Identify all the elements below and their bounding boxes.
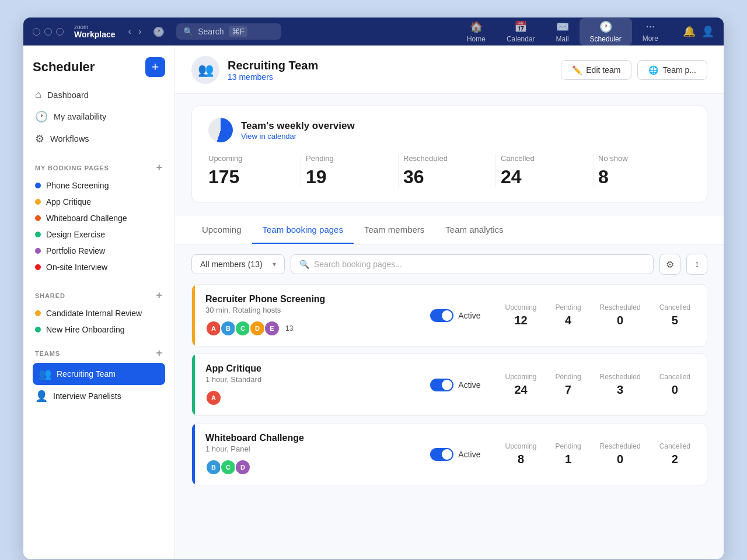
shared-section: SHARED + Candidate Internal Review New H… [23,287,174,340]
stat-cancelled-app-critique: Cancelled 0 [659,373,690,397]
recruiting-team-label: Recruiting Team [57,369,116,379]
sidebar-item-on-site-interview[interactable]: On-site Interview [33,259,165,275]
avatar-wb-2: C [220,459,236,475]
sidebar-item-whiteboard-challenge[interactable]: Whiteboard Challenge [33,210,165,226]
maximize-dot[interactable] [56,28,64,36]
stat-pending-label: Pending [306,154,393,163]
stat-pending: Pending 19 [301,154,399,188]
search-label: Search [198,27,224,36]
minimize-dot[interactable] [44,28,52,36]
active-toggle-whiteboard[interactable] [430,448,453,461]
sidebar-availability-label: My availability [54,112,106,121]
tab-team-analytics[interactable]: Team analytics [435,216,514,244]
shared-add-icon[interactable]: + [156,289,163,302]
tab-mail[interactable]: ✉️ Mail [546,18,580,46]
sidebar-item-interview-panelists[interactable]: 👤 Interview Panelists [33,385,165,407]
main-content: 👥 Recruiting Team 13 members ✏️ Edit tea… [175,46,724,559]
card-stats-phone-screening: Upcoming 12 Pending 4 Rescheduled 0 Ca [491,303,707,327]
booking-search-input[interactable]: 🔍 Search booking pages... [291,254,654,274]
bell-icon[interactable]: 🔔 [683,25,696,38]
tab-home[interactable]: 🏠 Home [456,18,496,46]
search-bar[interactable]: 🔍 Search ⌘F [176,23,281,40]
tab-more-label: More [643,34,658,43]
forward-button[interactable]: › [136,25,144,38]
toggle-whiteboard[interactable]: Active [430,448,480,461]
members-filter[interactable]: All members (13) ▾ [191,254,285,274]
stat-upcoming-app-critique: Upcoming 24 [505,373,536,397]
stat-label: Cancelled [659,373,690,381]
card-body-phone-screening: Recruiter Phone Screening 30 min, Rotati… [195,285,491,346]
stat-label: Upcoming [505,303,536,312]
sidebar-add-button[interactable]: + [145,57,165,77]
team-page-button[interactable]: 🌐 Team p... [637,60,707,80]
stat-rescheduled: Rescheduled 36 [399,154,496,188]
tab-calendar[interactable]: 📅 Calendar [496,18,546,46]
booking-pages-add-icon[interactable]: + [156,162,163,174]
sidebar-item-candidate-review[interactable]: Candidate Internal Review [33,305,165,321]
stat-value: 0 [600,453,641,466]
view-calendar-link[interactable]: View in calendar [241,132,355,141]
teams-section: TEAMS + 👥 Recruiting Team 👤 Interview Pa… [23,345,174,410]
stat-label: Pending [556,442,581,450]
team-name: Recruiting Team [228,59,318,72]
members-filter-label: All members (13) [200,260,263,269]
sort-button[interactable]: ↕ [686,254,707,275]
tab-more[interactable]: ··· More [632,18,669,46]
stat-value: 7 [556,383,581,397]
app-brand: zoom Workplace [74,24,116,39]
card-avatars-phone-screening: A B C D E 13 [205,320,421,337]
tab-team-booking-pages[interactable]: Team booking pages [252,216,354,244]
sidebar-workflows-label: Workflows [50,134,89,144]
sidebar-item-dashboard[interactable]: ⌂ Dashboard [23,84,174,106]
edit-team-button[interactable]: ✏️ Edit team [561,60,631,80]
booking-card-app-critique: App Critique 1 hour, Standard A Active [191,354,707,416]
stat-value: 8 [505,453,536,466]
back-button[interactable]: ‹ [126,25,134,38]
stat-rescheduled-phone-screening: Rescheduled 0 [600,303,641,327]
candidate-review-label: Candidate Internal Review [46,309,142,318]
sidebar: Scheduler + ⌂ Dashboard 🕐 My availabilit… [23,46,175,559]
tab-home-label: Home [467,35,486,43]
sidebar-item-availability[interactable]: 🕐 My availability [23,106,174,128]
overview-header: Team's weekly overview View in calendar [208,118,690,142]
history-icon[interactable]: 🕐 [153,26,165,37]
profile-icon[interactable]: 👤 [701,25,714,38]
teams-header: TEAMS + [33,345,165,363]
tab-upcoming[interactable]: Upcoming [191,216,252,244]
card-title-phone-screening: Recruiter Phone Screening [205,294,421,304]
avatar-app-1: A [205,390,222,406]
titlebar-right: 🔔 👤 [683,25,714,38]
card-info-phone-screening: Recruiter Phone Screening 30 min, Rotati… [205,294,421,337]
stat-no-show-value: 8 [598,166,686,188]
filter-button[interactable]: ⚙ [659,254,680,275]
search-booking-placeholder: Search booking pages... [314,260,402,269]
interview-panelists-icon: 👤 [35,390,48,402]
teams-add-icon[interactable]: + [156,347,163,359]
sidebar-item-portfolio-review[interactable]: Portfolio Review [33,243,165,259]
sidebar-item-workflows[interactable]: ⚙ Workflows [23,128,174,150]
home-icon: 🏠 [470,20,483,33]
toggle-app-critique[interactable]: Active [430,379,480,391]
stat-pending-value: 19 [306,166,393,188]
close-dot[interactable] [33,28,40,36]
sidebar-item-design-exercise[interactable]: Design Exercise [33,226,165,243]
sidebar-item-recruiting-team[interactable]: 👥 Recruiting Team [33,363,165,385]
tab-team-members[interactable]: Team members [354,216,435,244]
stat-label: Upcoming [505,373,536,381]
card-stats-whiteboard: Upcoming 8 Pending 1 Rescheduled 0 Can [491,442,707,466]
avatar-5: E [264,320,280,337]
stat-no-show-label: No show [598,154,686,163]
sidebar-item-new-hire[interactable]: New Hire Onboarding [33,321,165,338]
avatar-2: B [220,320,236,337]
sidebar-item-phone-screening[interactable]: Phone Screening [33,177,165,194]
sidebar-item-app-critique[interactable]: App Critique [33,194,165,210]
active-toggle-phone-screening[interactable] [430,309,453,322]
avatar-4: D [249,320,266,337]
tab-scheduler[interactable]: 🕐 Scheduler [580,18,632,46]
portfolio-review-label: Portfolio Review [46,246,105,256]
toggle-phone-screening[interactable]: Active [430,309,480,322]
active-toggle-app-critique[interactable] [430,379,453,391]
card-info-whiteboard: Whiteboard Challenge 1 hour, Panel B C D [205,433,421,475]
tab-scheduler-label: Scheduler [590,35,622,43]
on-site-interview-label: On-site Interview [46,262,107,272]
